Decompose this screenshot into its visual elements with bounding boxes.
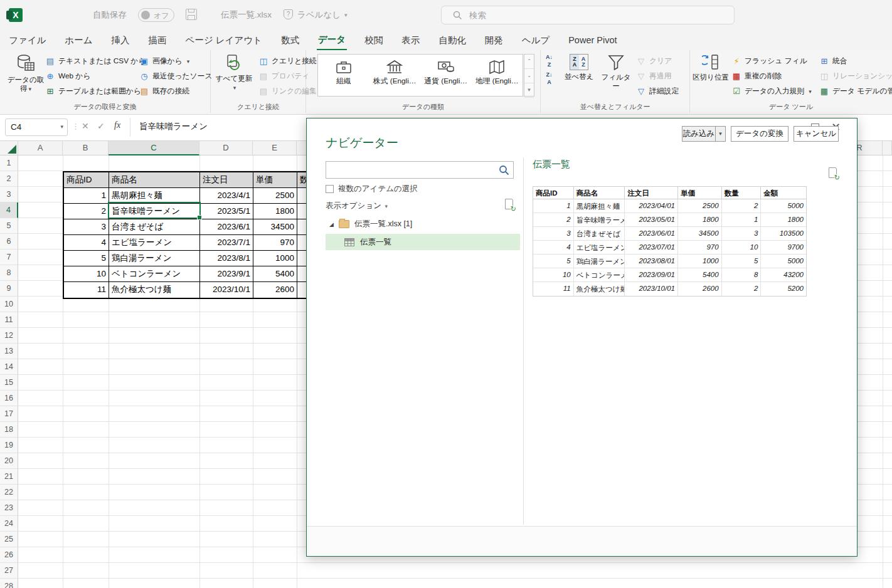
transform-data-button[interactable]: データの変換 [731, 126, 788, 142]
save-icon[interactable] [186, 9, 197, 20]
column-header-d[interactable]: D [199, 141, 253, 155]
row-header[interactable]: 13 [0, 344, 18, 359]
sheet-table-row[interactable]: 1 黒胡麻担々麺 2023/4/1 2500 [64, 188, 341, 204]
sort-button[interactable]: ZAAZ 並べ替え [561, 54, 597, 81]
row-header[interactable]: 8 [0, 265, 18, 281]
column-header-a[interactable]: A [18, 141, 63, 155]
row-header[interactable]: 14 [0, 359, 18, 375]
cell-product-name[interactable]: エビ塩ラーメン [109, 235, 200, 251]
column-header-partial[interactable] [883, 141, 892, 155]
row-header[interactable]: 2 [0, 171, 18, 187]
tab-view[interactable]: 表示 [400, 31, 421, 50]
cell-order-date[interactable]: 2023/4/1 [200, 188, 253, 204]
multi-select-checkbox[interactable]: 複数のアイテムの選択 [326, 184, 418, 194]
column-header-b[interactable]: B [63, 141, 109, 155]
confirm-entry-icon[interactable]: ✓ [97, 121, 105, 131]
cell-product-name[interactable]: 旨辛味噌ラーメン [109, 204, 200, 219]
filter-button[interactable]: フィルター [598, 54, 634, 91]
sensitivity-label[interactable]: ラベルなし [297, 9, 341, 21]
cell-unit-price[interactable]: 34500 [253, 219, 297, 235]
header-cell[interactable]: 単価 [253, 172, 297, 188]
sheet-table[interactable]: 商品ID 商品名 注文日 単価 数量 1 黒胡麻担々麺 2023/4/1 250… [63, 171, 342, 299]
row-header[interactable]: 19 [0, 438, 18, 453]
column-header-c[interactable]: C [109, 141, 199, 155]
cell-order-date[interactable]: 2023/5/1 [200, 204, 253, 219]
cell-order-date[interactable]: 2023/10/1 [200, 282, 253, 298]
cell-product-id[interactable]: 5 [64, 251, 109, 266]
cell-unit-price[interactable]: 5400 [253, 266, 297, 282]
cell-product-id[interactable]: 4 [64, 235, 109, 251]
cell-product-name[interactable]: ベトコンラーメン [109, 266, 200, 282]
tab-formulas[interactable]: 数式 [280, 31, 300, 50]
row-header[interactable]: 4 [0, 202, 18, 218]
tab-help[interactable]: ヘルプ [521, 31, 551, 50]
tab-draw[interactable]: 描画 [147, 31, 168, 50]
tab-home[interactable]: ホーム [63, 31, 93, 50]
gallery-more-icon[interactable]: ▼ [524, 83, 534, 98]
formula-input[interactable]: 旨辛味噌ラーメン [139, 121, 208, 132]
row-header[interactable]: 6 [0, 234, 18, 249]
data-validation-button[interactable]: ☑データの入力規則▾ [731, 85, 812, 97]
row-header[interactable]: 27 [0, 563, 18, 579]
refresh-preview-icon[interactable]: ↻ [505, 199, 515, 211]
sheet-table-row[interactable]: 4 エビ塩ラーメン 2023/7/1 970 [64, 235, 341, 251]
tab-power-pivot[interactable]: Power Pivot [567, 32, 618, 48]
autosave-toggle[interactable]: オフ [138, 8, 174, 22]
gallery-up-icon[interactable]: ⌃ [524, 55, 534, 69]
cell-product-name[interactable]: 魚介極太つけ麺 [109, 282, 200, 298]
row-header[interactable]: 1 [0, 155, 18, 171]
cell-product-id[interactable]: 10 [64, 266, 109, 282]
header-cell[interactable]: 商品名 [109, 172, 200, 188]
row-header[interactable]: 23 [0, 500, 18, 516]
row-header[interactable]: 12 [0, 328, 18, 344]
row-header[interactable]: 11 [0, 312, 18, 328]
cell-order-date[interactable]: 2023/9/1 [200, 266, 253, 282]
flash-fill-button[interactable]: ⚡フラッシュ フィル [731, 55, 812, 67]
cell-order-date[interactable]: 2023/6/1 [200, 219, 253, 235]
tree-expander-icon[interactable]: ◢ [329, 221, 334, 228]
row-headers[interactable]: 1234567891011121314151617181920212223242… [0, 155, 18, 588]
gallery-down-icon[interactable]: ⌄ [524, 69, 534, 83]
row-header[interactable]: 21 [0, 469, 18, 485]
sort-ascending-button[interactable]: A↓Z [546, 55, 553, 67]
refresh-all-button[interactable]: すべて更新▾ [215, 54, 253, 92]
sheet-table-row[interactable]: 10 ベトコンラーメン 2023/9/1 5400 [64, 266, 341, 282]
sheet-table-row[interactable]: 11 魚介極太つけ麺 2023/10/1 2600 [64, 282, 341, 298]
cell-order-date[interactable]: 2023/7/1 [200, 235, 253, 251]
tab-automate[interactable]: 自動化 [437, 31, 467, 50]
row-header[interactable]: 22 [0, 485, 18, 500]
row-header[interactable]: 26 [0, 547, 18, 563]
cell-product-name[interactable]: 鶏白湯ラーメン [109, 251, 200, 266]
row-header[interactable]: 16 [0, 391, 18, 406]
row-header[interactable]: 7 [0, 249, 18, 265]
cell-product-id[interactable]: 2 [64, 204, 109, 219]
cell-unit-price[interactable]: 1000 [253, 251, 297, 266]
checkbox-icon[interactable] [326, 185, 334, 193]
consolidate-button[interactable]: ⊞統合 [819, 55, 892, 67]
manage-data-model-button[interactable]: ▦データ モデルの管理 [819, 85, 892, 97]
sheet-table-row[interactable]: 3 台湾まぜそば 2023/6/1 34500 [64, 219, 341, 235]
header-cell[interactable]: 注文日 [200, 172, 253, 188]
row-header[interactable]: 17 [0, 406, 18, 422]
cell-order-date[interactable]: 2023/8/1 [200, 251, 253, 266]
advanced-filter-button[interactable]: ▽詳細設定 [636, 85, 679, 97]
row-header[interactable]: 20 [0, 453, 18, 469]
tab-file[interactable]: ファイル [8, 31, 47, 50]
cell-product-id[interactable]: 3 [64, 219, 109, 235]
row-header[interactable]: 28 [0, 579, 18, 588]
header-cell[interactable]: 商品ID [64, 172, 109, 188]
cell-product-id[interactable]: 11 [64, 282, 109, 298]
navigator-search-input[interactable] [326, 161, 514, 179]
name-box[interactable]: C4 ▾ [5, 118, 68, 136]
text-to-columns-button[interactable]: 区切り位置 [691, 54, 730, 81]
cell-product-id[interactable]: 1 [64, 188, 109, 204]
tab-review[interactable]: 校閲 [363, 31, 384, 50]
sheet-table-row[interactable]: 2 旨辛味噌ラーメン 2023/5/1 1800 [64, 204, 341, 219]
row-header[interactable]: 10 [0, 297, 18, 312]
gallery-scrollbar[interactable]: ⌃ ⌄ ▼ [524, 54, 534, 97]
load-split-chevron-icon[interactable]: ▼ [715, 126, 726, 142]
from-web-button[interactable]: ⊕Web から [45, 70, 146, 82]
recent-sources-button[interactable]: ◷最近使ったソース [139, 70, 212, 82]
tree-sheet-node-selected[interactable]: 伝票一覧 [326, 234, 520, 250]
from-text-csv-button[interactable]: ▤テキストまたは CSV から [45, 55, 146, 67]
